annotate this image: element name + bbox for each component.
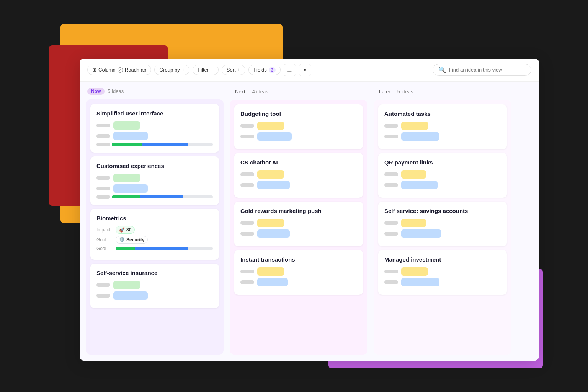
filter-plus-icon: + (211, 67, 214, 73)
tag-now: Now (87, 88, 105, 95)
bio-progress-blue (135, 247, 189, 250)
pill-gray (240, 270, 254, 273)
progress-green (112, 195, 140, 198)
security-text: Security (126, 237, 144, 242)
card-title: Simplified user interface (96, 110, 213, 117)
pill-yellow (257, 219, 284, 227)
impact-label: Impact (96, 227, 113, 233)
pill-blue (257, 229, 290, 238)
pill-yellow (401, 122, 428, 130)
column-later-header: Later 5 ideas (374, 88, 511, 95)
progress-track (112, 195, 213, 198)
card-row (96, 174, 213, 182)
group-by-button[interactable]: Group by + (154, 65, 189, 75)
card-row (240, 219, 357, 227)
card-row (240, 181, 357, 189)
card-automated-tasks: Automated tasks (378, 104, 507, 149)
plus-icon: + (182, 67, 185, 73)
bio-progress-track (116, 247, 213, 250)
pill-green (113, 121, 140, 130)
pill-yellow (257, 170, 284, 179)
card-row (240, 122, 357, 130)
column-now: Now 5 ideas Simplified user interface (86, 88, 224, 355)
roadmap-label: Roadmap (125, 67, 146, 73)
search-input[interactable] (449, 67, 526, 73)
pill-gray (96, 187, 110, 190)
column-next: Next 4 ideas Budgeting tool (230, 88, 368, 355)
card-row (384, 267, 501, 276)
card-row (240, 170, 357, 179)
pill-blue (113, 291, 148, 300)
pill-blue (401, 278, 439, 286)
card-row (384, 181, 501, 189)
progress-row (96, 143, 213, 146)
card-title: Automated tasks (384, 111, 501, 117)
card-self-service-savings: Self service: savings accounts (378, 202, 507, 246)
card-row (384, 229, 501, 238)
filter-label: Filter (198, 67, 209, 73)
pill-gray (384, 221, 398, 225)
card-row (96, 132, 213, 140)
sort-button[interactable]: Sort + (222, 65, 245, 75)
fields-count: 3 (269, 67, 276, 73)
card-title: Biometrics (96, 215, 213, 221)
card-self-service-insurance: Self-service insurance (90, 264, 219, 308)
pill-green (113, 281, 140, 289)
column-next-header: Next 4 ideas (230, 88, 368, 95)
column-button[interactable]: ⊞ Column ✓ Roadmap (87, 65, 151, 75)
card-gold-rewards: Gold rewards marketing push (234, 202, 363, 246)
pill-blue (257, 278, 288, 286)
pill-blue (257, 132, 292, 141)
pill-gray (384, 135, 398, 138)
progress-track (112, 143, 213, 146)
pill-yellow (401, 219, 426, 227)
fields-button[interactable]: Fields 3 (248, 65, 281, 75)
goal2-label: Goal (96, 246, 113, 251)
pill-gray (384, 232, 398, 236)
progress-blue (142, 143, 188, 146)
tag-later: Later (375, 88, 394, 95)
card-row (384, 278, 501, 286)
biometrics-goal-row: Goal 🛡️ Security (96, 236, 213, 244)
column-now-body: Simplified user interface (86, 99, 224, 355)
column-next-body: Budgeting tool CS chatbot AI (230, 100, 368, 355)
card-qr-payment: QR payment links (378, 153, 507, 198)
pill-gray (240, 221, 254, 225)
card-row (96, 281, 213, 289)
pill-gray (384, 280, 398, 284)
card-managed-investment: Managed investment (378, 250, 507, 295)
pill-gray (240, 124, 254, 128)
pill-blue (257, 181, 290, 189)
columns-area: Now 5 ideas Simplified user interface (80, 82, 539, 361)
column-later-body: Automated tasks QR payment links (374, 100, 511, 355)
layout-icon: ☰ (287, 67, 292, 73)
card-title: CS chatbot AI (240, 159, 357, 166)
card-row (384, 132, 501, 141)
pill-gray (240, 280, 254, 284)
pill-gray (384, 183, 398, 187)
check-icon: ✓ (118, 67, 123, 73)
search-box[interactable]: 🔍 (433, 64, 531, 76)
card-row (384, 170, 501, 179)
card-title: Self-service insurance (96, 270, 213, 276)
column-icon: ⊞ (92, 67, 96, 73)
card-row (96, 184, 213, 193)
bio-progress-green (116, 247, 135, 250)
filter-button[interactable]: Filter + (193, 65, 218, 75)
pill-gray (96, 134, 110, 138)
layout-icon-btn[interactable]: ☰ (284, 64, 296, 76)
rocket-icon: 🚀 (119, 227, 125, 233)
pill-blue (401, 181, 438, 189)
shield-icon: 🛡️ (119, 237, 125, 242)
security-badge: 🛡️ Security (116, 236, 148, 244)
toolbar: ⊞ Column ✓ Roadmap Group by + Filter + S… (80, 59, 539, 82)
card-row (384, 122, 501, 130)
card-row (240, 267, 357, 276)
ai-icon-btn[interactable]: ✦ (299, 64, 311, 76)
pill-gray (240, 232, 254, 236)
card-title: Managed investment (384, 256, 501, 263)
biometrics-impact-row: Impact 🚀 80 (96, 226, 213, 234)
pill-gray (96, 124, 110, 127)
pill-blue (113, 132, 148, 140)
card-title: Self service: savings accounts (384, 208, 501, 214)
